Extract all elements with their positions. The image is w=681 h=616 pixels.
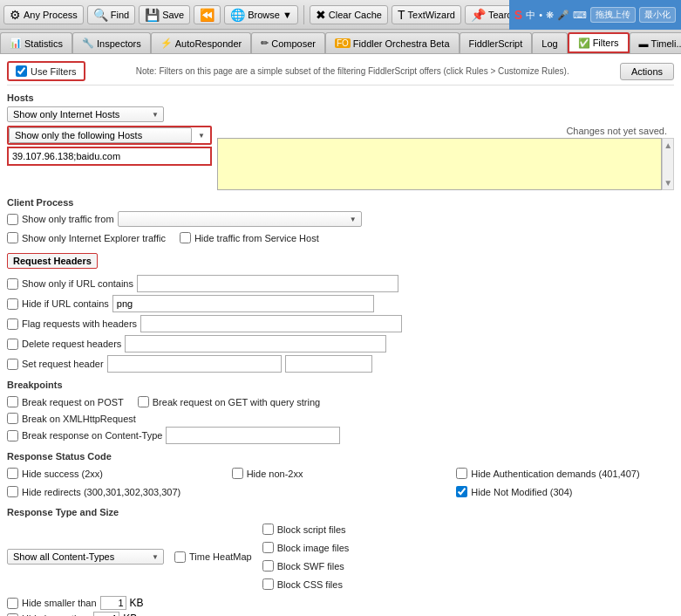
upload-button[interactable]: 拖拽上传 [590,7,636,23]
hide-url-input[interactable] [112,295,374,312]
find-icon: 🔍 [93,8,108,22]
flag-headers-input[interactable] [140,315,402,332]
content-type-dropdown-wrapper: Show all Content-Types Hide all Content-… [7,549,164,565]
find-button[interactable]: 🔍 Find [87,5,135,24]
hide-smaller-row: Hide smaller than KB [7,596,674,610]
clear-cache-button[interactable]: ✖ Clear Cache [310,5,388,24]
tab-fiddlerscript[interactable]: FiddlerScript [460,32,533,53]
tab-timeline[interactable]: ▬ Timeli... [630,32,681,53]
set-header-row: Set request header [7,355,674,373]
hide-auth-checkbox[interactable] [456,468,467,479]
break-get-label: Break request on GET with query string [153,397,320,407]
block-css-checkbox[interactable] [262,578,274,590]
kb-label-2: KB [123,613,137,616]
delete-headers-row: Delete request headers [7,335,674,352]
back-button[interactable]: ⏪ [194,5,221,24]
hide-redirects-checkbox[interactable] [7,486,18,497]
flag-headers-checkbox[interactable] [7,318,18,330]
hosts-section-title: Hosts [7,92,674,103]
save-button[interactable]: 💾 Save [139,5,190,24]
save-icon: 💾 [145,8,160,22]
minimize-button[interactable]: 最小化 [639,7,676,23]
hosts-dropdown2[interactable]: Show only the following Hosts Hide the f… [9,127,192,143]
client-process-checkboxes: Show only Internet Explorer traffic Hide… [7,229,674,246]
tab-autoresponder[interactable]: ⚡ AutoResponder [151,32,251,53]
block-script-row: Block script files [262,524,350,535]
tab-orchestra[interactable]: FO Fiddler Orchestra Beta [325,32,460,53]
set-header-value-input[interactable] [285,355,372,373]
url-contains-input[interactable] [137,275,398,292]
hide-2xx-checkbox[interactable] [7,468,18,479]
clear-icon: ✖ [316,8,326,22]
hide-url-checkbox[interactable] [7,298,18,310]
block-swf-checkbox[interactable] [262,560,274,572]
use-filters-checkbox[interactable] [16,65,27,77]
any-process-button[interactable]: ⚙ Any Process [3,5,84,24]
traffic-from-dropdown[interactable] [118,211,362,227]
set-header-name-input[interactable] [107,355,282,373]
ie-traffic-checkbox[interactable] [7,232,18,243]
flag-headers-row: Flag requests with headers [7,315,674,332]
filters-panel: Use Filters Note: Filters on this page a… [0,54,681,616]
traffic-from-checkbox[interactable] [7,214,18,225]
break-content-type-checkbox[interactable] [7,430,18,441]
hosts-dropdown2-wrapper: Show only the following Hosts Hide the f… [7,126,212,145]
hide-url-label: Hide if URL contains [22,298,109,309]
tab-statistics[interactable]: 📊 Statistics [0,32,72,53]
block-image-checkbox[interactable] [262,542,274,553]
hide-not-modified-label: Hide Not Modified (304) [471,487,572,497]
hide-service-checkbox[interactable] [180,232,191,243]
overlay-keyboard-btn[interactable]: ⌨ [573,10,587,21]
hide-2xx-row: Hide success (2xx) [7,468,225,479]
tab-bar: 📊 Statistics 🔧 Inspectors ⚡ AutoResponde… [0,30,681,54]
hide-larger-checkbox[interactable] [7,613,18,617]
overlay-chinese-btn[interactable]: 中 [526,9,535,22]
browse-button[interactable]: 🌐 Browse ▼ [224,5,298,24]
overlay-mic-btn[interactable]: 🎤 [557,10,569,21]
hide-smaller-checkbox[interactable] [7,598,18,609]
url-contains-checkbox[interactable] [7,278,18,290]
block-script-checkbox[interactable] [262,524,274,535]
break-xmlhttp-checkbox[interactable] [7,413,18,424]
overlay-dot-btn[interactable]: • [539,10,542,20]
request-headers-title: Request Headers [7,253,98,269]
delete-headers-label: Delete request headers [22,339,121,349]
set-header-checkbox[interactable] [7,359,18,370]
composer-icon: ✏ [261,38,269,49]
delete-headers-checkbox[interactable] [7,339,18,350]
content-type-dropdown[interactable]: Show all Content-Types Hide all Content-… [7,549,164,565]
hide-auth-row: Hide Authentication demands (401,407) [456,468,674,479]
break-get-checkbox[interactable] [138,396,149,407]
tab-log[interactable]: Log [532,32,567,53]
hosts-textarea-row: ▲ ▼ [217,138,674,190]
overlay-symbol-btn[interactable]: ❋ [546,10,554,21]
hide-non2xx-row: Hide non-2xx [232,468,450,479]
hide-smaller-input[interactable] [100,596,126,610]
traffic-from-row: Show only traffic from [7,211,674,227]
tab-inspectors[interactable]: 🔧 Inspectors [72,32,151,53]
hide-non2xx-checkbox[interactable] [232,468,243,479]
block-swf-row: Block SWF files [262,560,350,572]
changes-note: Changes not yet saved. [217,126,674,136]
textwizard-button[interactable]: T TextWizard [392,5,461,24]
hide-not-modified-checkbox[interactable] [456,486,467,497]
time-heatmap-checkbox[interactable] [174,551,186,563]
block-image-row: Block image files [262,542,350,553]
break-xmlhttp-row: Break on XMLHttpRequest [7,413,674,424]
break-post-checkbox[interactable] [7,396,18,407]
hosts-text-input[interactable] [7,147,212,166]
hide-larger-input[interactable] [93,612,119,616]
break-get-row: Break request on GET with query string [138,396,320,407]
hosts-scrollbar[interactable]: ▲ ▼ [662,138,674,190]
hosts-textarea[interactable] [217,138,662,190]
actions-button[interactable]: Actions [620,63,674,80]
tab-filters[interactable]: ✅ Filters [568,32,630,53]
traffic-from-dropdown-wrapper [118,211,362,227]
delete-headers-input[interactable] [125,335,386,352]
tab-composer[interactable]: ✏ Composer [251,32,325,53]
hosts-dropdown1[interactable]: Show only Internet Hosts Show all Hosts … [7,106,164,122]
request-headers-section: Show only if URL contains Hide if URL co… [7,275,674,373]
time-heatmap-label: Time HeatMap [189,551,252,562]
break-content-type-input[interactable] [166,427,340,444]
hide-not-modified-row: Hide Not Modified (304) [456,486,674,497]
